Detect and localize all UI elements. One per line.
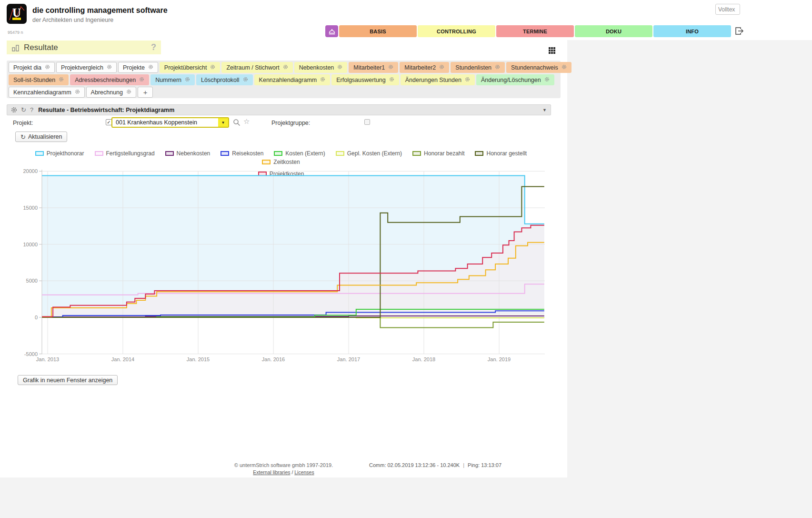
external-libraries-link[interactable]: External libraries [253,469,290,475]
tab-settings-icon[interactable] [139,77,144,83]
toolbar-help-icon[interactable]: ? [30,107,33,113]
add-tab-button[interactable]: + [138,87,153,98]
tab-settings-icon[interactable] [59,77,64,83]
projectgroup-label: Projektgruppe: [271,120,310,126]
tab-kennzahlendiagramm[interactable]: Kennzahlendiagramm [254,74,331,85]
tab-projekte[interactable]: Projekte [118,62,158,73]
tab-settings-icon[interactable] [320,77,325,83]
apps-grid-icon[interactable] [549,47,555,54]
legend-label: Honorar gestellt [486,150,527,157]
tab-settings-icon[interactable] [544,77,550,83]
tab-erfolgsauswertung[interactable]: Erfolgsauswertung [331,74,399,85]
bar-chart-icon [11,43,20,52]
fulltext-search-input[interactable] [715,4,740,15]
tab-soll-ist-stunden[interactable]: Soll-ist-Stunden [9,74,69,85]
series-line-honorar-bezahlt [42,317,544,328]
nav-termine[interactable]: TERMINE [496,25,574,37]
logout-icon[interactable] [734,26,744,36]
tab-settings-icon[interactable] [210,64,215,71]
tab-label: Nummern [155,77,181,83]
legend-label: Reisekosten [232,150,263,157]
legend-swatch [475,151,483,156]
module-toolbar: ↻ ? Resultate - Betriebswirtschaft: Proj… [7,104,551,115]
legend-item-projekthonorar: Projekthonorar [35,150,84,157]
legend-swatch [274,151,282,156]
nav-basis[interactable]: BASIS [339,25,417,37]
tab-settings-icon[interactable] [495,64,500,71]
tab-settings-icon[interactable] [337,64,342,71]
legend-swatch [221,151,229,156]
project-label: Projekt: [13,120,33,126]
x-tick-label: Jan. 2017 [337,356,360,362]
tab-label: Stundenlisten [455,64,491,71]
tab-nderungen-stunden[interactable]: Änderungen Stunden [401,74,475,85]
tab-stundennachweis[interactable]: Stundennachweis [506,62,571,73]
project-select-arrow-icon[interactable]: ▼ [218,118,228,127]
x-tick-label: Jan. 2018 [412,356,435,362]
footer-status: Comm: 02.05.2019 13:12:36 - 10.240K|Ping… [369,462,501,468]
project-select[interactable]: 001 Krankenhaus Koppenstein ▼ [111,117,229,128]
tab-l-schprotokoll[interactable]: Löschprotokoll [196,74,253,85]
tab-label: Nebenkosten [299,64,334,71]
tab-projekt-dia[interactable]: Projekt dia [9,62,55,73]
tab-label: Änderung/Löschungen [481,77,541,83]
tab-settings-icon[interactable] [45,64,50,71]
tab-nebenkosten[interactable]: Nebenkosten [294,62,348,73]
nav-doku[interactable]: DOKU [575,25,652,37]
reload-icon[interactable]: ↻ [21,107,26,113]
tab-settings-icon[interactable] [75,89,80,96]
app-window: U 95479 n die controlling management sof… [0,0,812,518]
tab-settings-icon[interactable] [561,64,567,71]
licenses-link[interactable]: Licenses [294,469,314,475]
tab-settings-icon[interactable] [148,64,153,71]
tab-settings-icon[interactable] [126,89,131,96]
refresh-button[interactable]: ↻ Aktualisieren [15,132,67,142]
tab-stundenlisten[interactable]: Stundenlisten [451,62,505,73]
projectgroup-checkbox[interactable] [364,119,370,125]
tab-label: Projekt dia [13,64,41,71]
workspace-tabs: Projekt diaProjektvergleichProjekteProje… [7,61,561,98]
tab-zeitraum-stichwort[interactable]: Zeitraum / Stichwort [221,62,292,73]
tab-nummern[interactable]: Nummern [150,74,195,85]
tab-projekt-bersicht[interactable]: Projektübersicht [160,62,221,73]
main-navigation: BASISCONTROLLINGTERMINEDOKUINFO [339,25,732,37]
tab-settings-icon[interactable] [243,77,248,83]
nav-controlling[interactable]: CONTROLLING [418,25,495,37]
tab-projektvergleich[interactable]: Projektvergleich [56,62,117,73]
y-tick-label: 10000 [23,242,38,247]
tab-settings-icon[interactable] [107,64,112,71]
search-icon[interactable] [233,119,241,126]
tab-adressbeschreibungen[interactable]: Adressbeschreibungen [70,74,149,85]
dome-menu-button[interactable] [325,25,338,37]
tab-mitarbeiter1[interactable]: Mitarbeiter1 [349,62,398,73]
legend-swatch [336,151,344,156]
project-diagram-chart: -500005000100001500020000Jan. 2013Jan. 2… [14,164,548,364]
tab-label: Adressbeschreibungen [75,77,136,83]
y-tick-label: 5000 [26,278,38,284]
nav-info[interactable]: INFO [653,25,731,37]
tab-nderung-l-schungen[interactable]: Änderung/Löschungen [476,74,554,85]
tab-settings-icon[interactable] [389,77,394,83]
legend-swatch [412,151,421,156]
project-select-value: 001 Krankenhaus Koppenstein [112,119,218,126]
favorite-star-icon[interactable]: ☆ [243,117,250,126]
module-title: Resultate - Betriebswirtschaft: Projektd… [38,107,542,113]
legend-swatch [35,151,44,156]
tab-kennzahlendiagramm[interactable]: Kennzahlendiagramm [9,87,85,98]
tab-label: Stundennachweis [511,64,558,71]
y-tick-label: 20000 [23,168,38,174]
tab-label: Soll-ist-Stunden [13,77,55,83]
help-icon[interactable]: ? [151,42,156,52]
settings-gear-icon[interactable] [11,107,17,113]
tab-label: Kennzahlendiagramm [259,77,317,83]
tab-settings-icon[interactable] [388,64,393,71]
tab-abrechnung[interactable]: Abrechnung [86,87,136,98]
tab-settings-icon[interactable] [185,77,190,83]
tab-settings-icon[interactable] [465,77,470,83]
collapse-caret-icon[interactable]: ▼ [542,108,547,112]
tab-settings-icon[interactable] [283,64,288,71]
open-chart-window-button[interactable]: Grafik in neuem Fenster anzeigen [18,375,118,385]
tab-mitarbeiter2[interactable]: Mitarbeiter2 [400,62,449,73]
x-tick-label: Jan. 2015 [187,356,210,362]
tab-settings-icon[interactable] [439,64,444,71]
